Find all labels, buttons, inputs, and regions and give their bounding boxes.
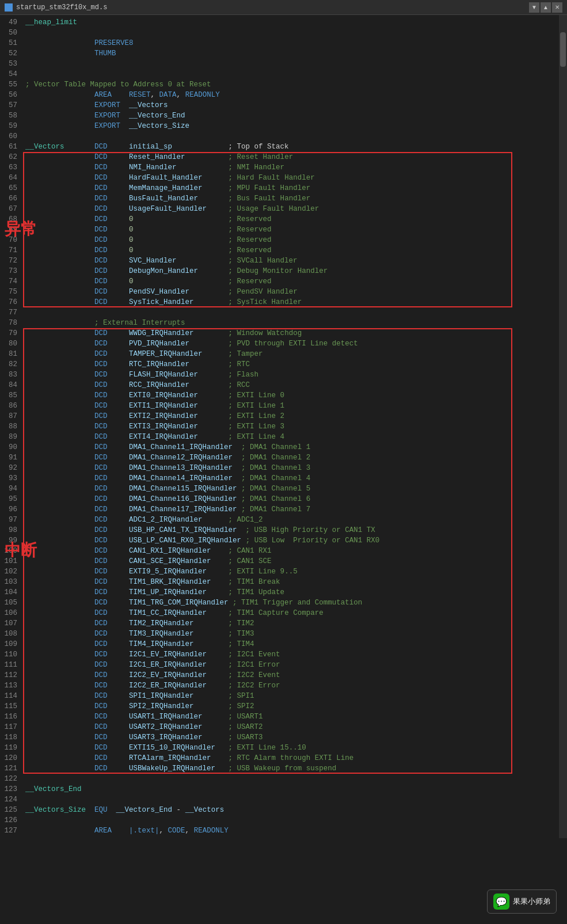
watermark-label: 果果小师弟 xyxy=(513,896,550,907)
line-content: DCD DMA1_Channel16_IRQHandler ; DMA1 Cha… xyxy=(23,494,567,504)
line-content: DCD USBWakeUp_IRQHandler ; USB Wakeup fr… xyxy=(23,763,567,774)
line-content: DCD EXTI1_IRQHandler ; EXTI Line 1 xyxy=(23,401,567,411)
code-line: 107 DCD TIM2_IRQHandler ; TIM2 xyxy=(0,618,567,629)
code-line: 86 DCD EXTI1_IRQHandler ; EXTI Line 1 xyxy=(0,401,567,411)
line-content xyxy=(23,815,567,826)
line-content: DCD I2C2_EV_IRQHandler ; I2C2 Event xyxy=(23,670,567,680)
code-line: 122 xyxy=(0,774,567,784)
line-number: 54 xyxy=(0,69,23,79)
line-number: 109 xyxy=(0,639,23,649)
line-content: DCD TIM1_UP_IRQHandler ; TIM1 Update xyxy=(23,587,567,598)
line-number: 78 xyxy=(0,318,23,328)
code-line: 92 DCD DMA1_Channel3_IRQHandler ; DMA1 C… xyxy=(0,463,567,473)
minimize-button[interactable]: ▼ xyxy=(529,2,539,13)
line-number: 49 xyxy=(0,17,23,28)
line-number: 67 xyxy=(0,204,23,214)
line-number: 113 xyxy=(0,680,23,691)
line-content: EXPORT __Vectors_End xyxy=(23,111,567,121)
code-line: 68 DCD 0 ; Reserved xyxy=(0,214,567,225)
close-button[interactable]: ✕ xyxy=(552,2,562,13)
line-content xyxy=(23,794,567,805)
line-content xyxy=(23,774,567,784)
line-content: DCD Reset_Handler ; Reset Handler xyxy=(23,152,567,162)
code-line: 70 DCD 0 ; Reserved xyxy=(0,235,567,245)
line-content: DCD 0 ; Reserved xyxy=(23,214,567,225)
line-number: 60 xyxy=(0,131,23,142)
line-number: 79 xyxy=(0,328,23,339)
line-content: DCD 0 ; Reserved xyxy=(23,225,567,235)
scrollbar[interactable] xyxy=(559,15,567,838)
line-number: 86 xyxy=(0,401,23,411)
line-content: DCD TIM1_BRK_IRQHandler ; TIM1 Break xyxy=(23,577,567,587)
line-number: 122 xyxy=(0,774,23,784)
line-content: DCD EXTI4_IRQHandler ; EXTI Line 4 xyxy=(23,432,567,442)
line-content: DCD 0 ; Reserved xyxy=(23,276,567,287)
line-number: 85 xyxy=(0,390,23,401)
maximize-button[interactable]: ▲ xyxy=(541,2,551,13)
line-number: 81 xyxy=(0,349,23,359)
code-line: 52 THUMB xyxy=(0,48,567,59)
line-number: 73 xyxy=(0,266,23,276)
line-number: 112 xyxy=(0,670,23,680)
line-number: 117 xyxy=(0,722,23,732)
line-number: 126 xyxy=(0,815,23,826)
line-content: DCD EXTI0_IRQHandler ; EXTI Line 0 xyxy=(23,390,567,401)
code-line: 73 DCD DebugMon_Handler ; Debug Monitor … xyxy=(0,266,567,276)
line-content: DCD SVC_Handler ; SVCall Handler xyxy=(23,256,567,266)
line-number: 118 xyxy=(0,732,23,743)
line-number: 75 xyxy=(0,287,23,297)
line-number: 114 xyxy=(0,691,23,701)
line-content: __Vectors_Size EQU __Vectors_End - __Vec… xyxy=(23,805,567,815)
line-number: 124 xyxy=(0,794,23,805)
line-content: DCD SPI2_IRQHandler ; SPI2 xyxy=(23,701,567,712)
code-line: 65 DCD MemManage_Handler ; MPU Fault Han… xyxy=(0,183,567,193)
code-line: 85 DCD EXTI0_IRQHandler ; EXTI Line 0 xyxy=(0,390,567,401)
line-number: 50 xyxy=(0,28,23,38)
line-number: 77 xyxy=(0,307,23,318)
line-content: DCD NMI_Handler ; NMI Handler xyxy=(23,162,567,173)
line-content: DCD WWDG_IRQHandler ; Window Watchdog xyxy=(23,328,567,339)
line-number: 92 xyxy=(0,463,23,473)
line-number: 101 xyxy=(0,556,23,566)
line-content: DCD DMA1_Channel4_IRQHandler ; DMA1 Chan… xyxy=(23,473,567,484)
line-number: 72 xyxy=(0,256,23,266)
code-line: 127 AREA |.text|, CODE, READONLY xyxy=(0,826,567,836)
code-line: 103 DCD TIM1_BRK_IRQHandler ; TIM1 Break xyxy=(0,577,567,587)
line-number: 99 xyxy=(0,535,23,546)
line-content: __Vectors DCD initial_sp ; Top of Stack xyxy=(23,142,567,152)
line-content: DCD DMA1_Channel2_IRQHandler ; DMA1 Chan… xyxy=(23,453,567,463)
code-line: 123__Vectors_End xyxy=(0,784,567,794)
scrollbar-thumb[interactable] xyxy=(560,32,566,67)
code-line: 117 DCD USART2_IRQHandler ; USART2 xyxy=(0,722,567,732)
code-line: 50 xyxy=(0,28,567,38)
code-line: 60 xyxy=(0,131,567,142)
line-number: 51 xyxy=(0,38,23,48)
code-line: 55; Vector Table Mapped to Address 0 at … xyxy=(0,79,567,90)
code-line: 77 xyxy=(0,307,567,318)
code-line: 82 DCD RTC_IRQHandler ; RTC xyxy=(0,359,567,370)
code-line: 56 AREA RESET, DATA, READONLY xyxy=(0,90,567,100)
line-number: 89 xyxy=(0,432,23,442)
line-number: 103 xyxy=(0,577,23,587)
code-line: 106 DCD TIM1_CC_IRQHandler ; TIM1 Captur… xyxy=(0,608,567,618)
line-number: 116 xyxy=(0,712,23,722)
line-number: 64 xyxy=(0,173,23,183)
line-number: 104 xyxy=(0,587,23,598)
line-content: DCD DMA1_Channel17_IRQHandler ; DMA1 Cha… xyxy=(23,504,567,515)
line-content: EXPORT __Vectors_Size xyxy=(23,121,567,131)
window-controls[interactable]: ▼ ▲ ✕ xyxy=(529,2,562,13)
code-line: 61__Vectors DCD initial_sp ; Top of Stac… xyxy=(0,142,567,152)
line-content: DCD USB_LP_CAN1_RX0_IRQHandler ; USB Low… xyxy=(23,535,567,546)
code-line: 108 DCD TIM3_IRQHandler ; TIM3 xyxy=(0,629,567,639)
line-number: 80 xyxy=(0,339,23,349)
code-line: 105 DCD TIM1_TRG_COM_IRQHandler ; TIM1 T… xyxy=(0,598,567,608)
line-number: 56 xyxy=(0,90,23,100)
line-content: DCD BusFault_Handler ; Bus Fault Handler xyxy=(23,193,567,204)
code-line: 84 DCD RCC_IRQHandler ; RCC xyxy=(0,380,567,390)
line-number: 94 xyxy=(0,484,23,494)
code-line: 125__Vectors_Size EQU __Vectors_End - __… xyxy=(0,805,567,815)
line-number: 125 xyxy=(0,805,23,815)
code-line: 64 DCD HardFault_Handler ; Hard Fault Ha… xyxy=(0,173,567,183)
line-content: DCD EXTI2_IRQHandler ; EXTI Line 2 xyxy=(23,411,567,421)
code-line: 118 DCD USART3_IRQHandler ; USART3 xyxy=(0,732,567,743)
